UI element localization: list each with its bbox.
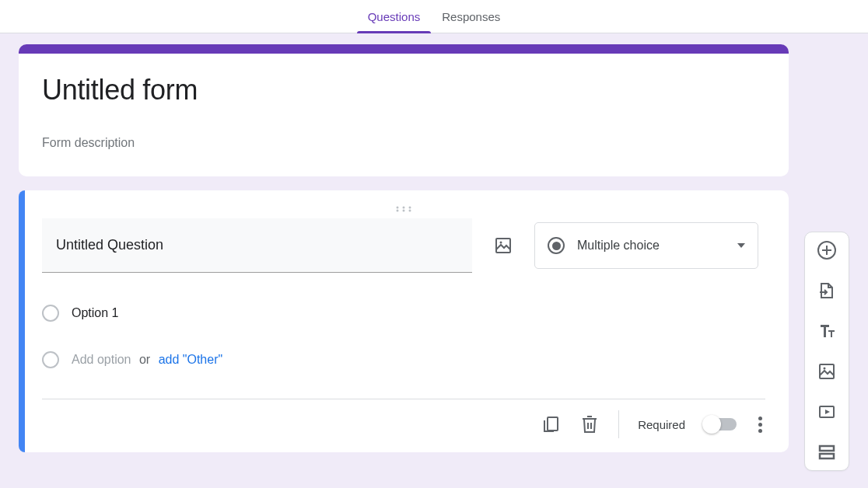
svg-point-1 [403, 207, 405, 209]
svg-rect-13 [820, 446, 834, 451]
add-image-icon[interactable] [817, 361, 837, 382]
add-option-button[interactable]: Add option [72, 353, 131, 366]
svg-rect-8 [548, 417, 558, 430]
radio-outline-icon [42, 305, 59, 322]
add-title-icon[interactable] [817, 321, 837, 341]
add-other-button[interactable]: add "Other" [159, 353, 223, 366]
add-video-icon[interactable] [817, 402, 837, 422]
divider [618, 410, 619, 438]
svg-point-2 [409, 207, 411, 209]
question-type-select[interactable]: Multiple choice [534, 222, 758, 269]
import-questions-icon[interactable] [817, 281, 837, 301]
svg-rect-14 [820, 454, 834, 458]
canvas: Untitled form Form description Mult [0, 33, 868, 488]
or-text: or [139, 353, 150, 366]
drag-handle-icon[interactable] [42, 201, 765, 211]
duplicate-icon[interactable] [541, 414, 561, 434]
chevron-down-icon [737, 243, 745, 248]
required-toggle[interactable] [704, 418, 737, 430]
svg-rect-6 [496, 239, 510, 253]
option-text[interactable]: Option 1 [72, 306, 118, 320]
svg-point-7 [500, 242, 502, 244]
form-header-card: Untitled form Form description [19, 44, 789, 176]
radio-outline-icon [42, 351, 59, 368]
svg-point-4 [403, 210, 405, 212]
add-section-icon[interactable] [817, 442, 837, 462]
form-title[interactable]: Untitled form [42, 74, 765, 106]
tab-bar: Questions Responses [0, 0, 868, 33]
svg-rect-10 [820, 364, 834, 378]
tab-responses[interactable]: Responses [431, 2, 511, 33]
question-type-label: Multiple choice [577, 239, 725, 253]
svg-point-0 [397, 207, 399, 209]
svg-point-3 [397, 210, 399, 212]
svg-point-11 [824, 368, 826, 370]
side-toolbar [804, 232, 849, 471]
question-footer: Required [42, 399, 765, 452]
question-title-input[interactable] [42, 218, 472, 273]
add-question-icon[interactable] [817, 240, 837, 260]
accent-bar [19, 44, 789, 54]
tab-questions[interactable]: Questions [357, 2, 432, 33]
question-card: Multiple choice Option 1 Add option or a… [19, 190, 789, 452]
form-description[interactable]: Form description [42, 136, 765, 150]
svg-point-5 [409, 210, 411, 212]
option-row: Option 1 [42, 295, 765, 332]
radio-icon [548, 237, 565, 254]
required-label: Required [638, 418, 685, 431]
delete-icon[interactable] [579, 414, 600, 434]
add-image-icon[interactable] [492, 235, 514, 256]
more-options-icon[interactable] [755, 413, 765, 436]
add-option-row: Add option or add "Other" [42, 341, 765, 378]
